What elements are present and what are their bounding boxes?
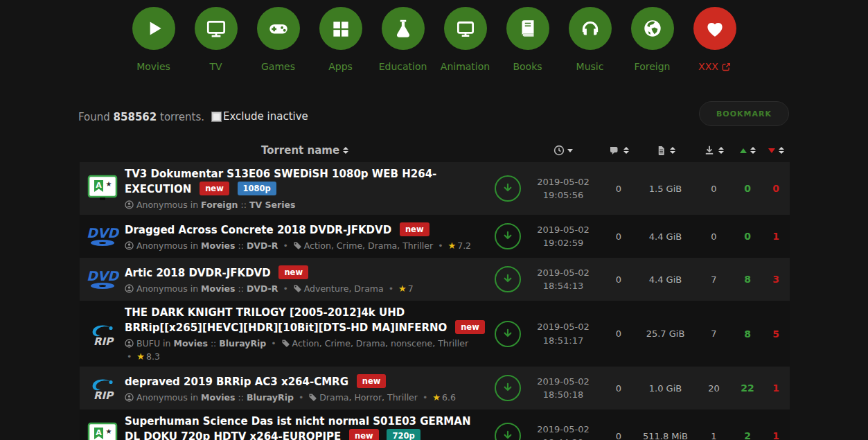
category-link[interactable]: Movies xyxy=(201,392,235,403)
download-cell xyxy=(490,223,525,249)
tag-icon xyxy=(293,284,301,292)
leechers-count: 5 xyxy=(762,328,790,340)
download-cell xyxy=(490,375,525,401)
clock-icon xyxy=(553,145,565,156)
nav-label-xxx[interactable]: XXX xyxy=(698,61,731,72)
download-button[interactable] xyxy=(495,375,521,401)
tags-group: Adventure, Drama xyxy=(281,283,383,294)
torrent-title-line: Superhuman Science Das ist nicht normal … xyxy=(125,414,485,440)
globe-icon[interactable] xyxy=(631,7,674,50)
nav-item-apps[interactable]: Apps xyxy=(319,7,363,72)
download-button[interactable] xyxy=(495,266,521,292)
nav-label-foreign[interactable]: Foreign xyxy=(635,61,671,72)
header-seeders[interactable] xyxy=(733,147,762,154)
uploader-name[interactable]: Anonymous xyxy=(136,240,188,251)
nav-item-animation[interactable]: Animation xyxy=(443,7,488,72)
bookmark-button[interactable]: BOOKMARK xyxy=(699,101,789,126)
download-button[interactable] xyxy=(495,223,521,249)
category-link[interactable]: Movies xyxy=(201,283,235,294)
torrent-row[interactable]: A ★ DVD RIP Dragged Across Concrete 2018… xyxy=(80,215,790,258)
gamepad-icon[interactable] xyxy=(257,7,300,50)
subcategory-link[interactable]: BlurayRip xyxy=(219,338,266,349)
torrent-title-line: Dragged Across Concrete 2018 DVDR-JFKDVD… xyxy=(125,222,485,238)
torrent-row[interactable]: A ★ DVD RIP depraved 2019 BRRip AC3 x264… xyxy=(80,367,790,410)
nav-item-music[interactable]: Music xyxy=(568,7,612,72)
torrent-title-line: THE DARK KNIGHT TRILOGY [2005-2012]4k UH… xyxy=(125,306,485,335)
torrent-title-link[interactable]: depraved 2019 BRRip AC3 x264-CMRG xyxy=(125,376,348,388)
torrent-row[interactable]: A ★ DVD RIP TV3 Dokumentar S13E06 SWEDiS… xyxy=(80,162,790,215)
nav-label-apps[interactable]: Apps xyxy=(328,61,353,72)
category-link[interactable]: Movies xyxy=(173,338,207,349)
new-badge: new xyxy=(455,320,485,334)
windows-icon[interactable] xyxy=(319,7,362,50)
uploader-name[interactable]: BUFU xyxy=(136,338,160,349)
nav-item-education[interactable]: Education xyxy=(381,7,425,72)
uploader-name[interactable]: Anonymous xyxy=(136,392,188,403)
exclude-inactive-control[interactable]: Exclude inactive xyxy=(211,110,308,123)
nav-label-games[interactable]: Games xyxy=(261,61,295,72)
subcategory-link[interactable]: DVD-R xyxy=(247,240,278,251)
tags-text: Action, Crime, Drama, Thriller xyxy=(304,240,433,251)
heart-icon[interactable] xyxy=(693,7,736,50)
download-button[interactable] xyxy=(495,175,521,202)
torrent-meta-line: Anonymous in Movies :: BlurayRip Drama, … xyxy=(125,392,485,403)
header-size[interactable] xyxy=(636,145,695,156)
row-type-icon-cell: A ★ DVD RIP xyxy=(80,422,125,440)
subcategory-link[interactable]: DVD-R xyxy=(247,283,278,294)
header-completed[interactable] xyxy=(695,145,733,156)
row-type-icon-cell: A ★ DVD RIP xyxy=(80,265,125,293)
sort-icon xyxy=(750,147,756,154)
nav-label-tv[interactable]: TV xyxy=(209,61,222,72)
play-icon[interactable] xyxy=(132,7,175,50)
upload-date: 2019-05-02 xyxy=(525,320,601,334)
nav-label-books[interactable]: Books xyxy=(513,61,542,72)
bluray-rip-icon: RIP xyxy=(86,374,119,402)
uploader-name[interactable]: Anonymous xyxy=(136,200,188,210)
torrent-title-link[interactable]: TV3 Dokumentar S13E06 SWEDiSH 1080p WEB … xyxy=(125,168,436,195)
category-link[interactable]: Foreign xyxy=(201,200,238,210)
category-separator: :: xyxy=(211,338,216,349)
nav-item-games[interactable]: Games xyxy=(256,7,301,72)
torrent-title-link[interactable]: THE DARK KNIGHT TRILOGY [2005-2012]4k UH… xyxy=(125,306,447,334)
user-icon xyxy=(125,284,134,293)
subcategory-link[interactable]: TV Series xyxy=(249,200,295,210)
nav-item-xxx[interactable]: XXX xyxy=(693,7,737,72)
header-comments[interactable] xyxy=(601,145,636,156)
header-date[interactable] xyxy=(525,145,601,156)
nav-label-movies[interactable]: Movies xyxy=(136,61,170,72)
nav-label-music[interactable]: Music xyxy=(576,61,604,72)
upload-datetime: 2019-05-02 19:05:56 xyxy=(525,175,601,202)
arrow-down-icon xyxy=(501,381,515,395)
header-leechers[interactable] xyxy=(762,147,790,154)
torrent-row[interactable]: A ★ DVD RIP Artic 2018 DVDR-JFKDVD new xyxy=(80,258,790,301)
svg-text:DVD: DVD xyxy=(86,225,118,240)
user-icon xyxy=(125,241,134,250)
torrent-title-link[interactable]: Dragged Across Concrete 2018 DVDR-JFKDVD xyxy=(125,224,391,236)
seeders-count: 0 xyxy=(733,183,762,194)
flask-icon[interactable] xyxy=(382,7,425,50)
leechers-count: 1 xyxy=(762,430,790,440)
download-button[interactable] xyxy=(495,423,521,440)
monitor-icon[interactable] xyxy=(444,7,487,50)
torrent-title-link[interactable]: Artic 2018 DVDR-JFKDVD xyxy=(125,267,271,279)
download-button[interactable] xyxy=(495,321,521,347)
book-icon[interactable] xyxy=(506,7,549,50)
tv-icon[interactable] xyxy=(195,7,238,50)
nav-label-education[interactable]: Education xyxy=(379,61,427,72)
nav-item-books[interactable]: Books xyxy=(506,7,550,72)
uploader-name[interactable]: Anonymous xyxy=(136,283,188,294)
subcategory-link[interactable]: BlurayRip xyxy=(247,392,294,403)
category-link[interactable]: Movies xyxy=(201,240,235,251)
torrent-row[interactable]: A ★ DVD RIP Superhuman Science Das ist n… xyxy=(80,410,790,440)
nav-label-animation[interactable]: Animation xyxy=(441,61,490,72)
seeders-count: 0 xyxy=(733,231,762,242)
headphones-icon[interactable] xyxy=(569,7,612,50)
nav-item-tv[interactable]: TV xyxy=(194,7,238,72)
header-torrent-name[interactable]: Torrent name xyxy=(125,144,490,157)
nav-item-movies[interactable]: Movies xyxy=(132,7,176,72)
seeders-count: 2 xyxy=(733,430,762,440)
nav-item-foreign[interactable]: Foreign xyxy=(630,7,675,72)
torrent-row[interactable]: A ★ DVD RIP THE DARK KNIGHT TRILOGY [200… xyxy=(80,301,790,367)
seeders-count: 22 xyxy=(733,382,762,394)
exclude-inactive-checkbox[interactable] xyxy=(211,112,222,122)
